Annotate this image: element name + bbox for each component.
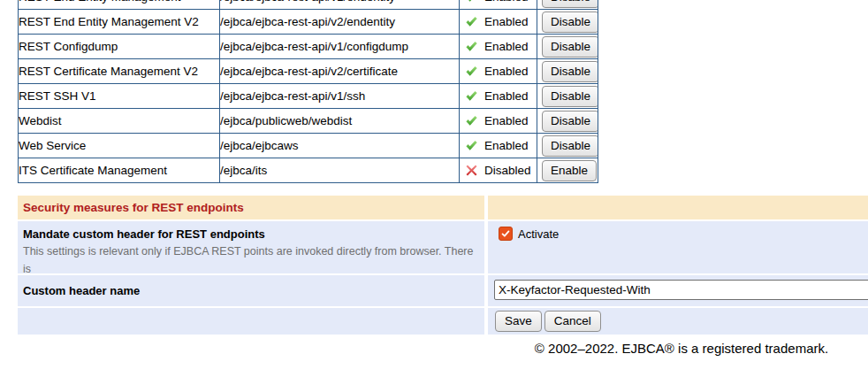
endpoint-name: REST End Entity Management V2 <box>19 10 220 35</box>
checkmark-icon <box>500 228 511 239</box>
enabled-check-icon <box>465 40 478 53</box>
disable-button[interactable]: Disable <box>542 36 598 58</box>
enabled-check-icon <box>465 114 478 127</box>
endpoint-row: REST End Entity Management V2 /ejbca/ejb… <box>19 10 598 35</box>
endpoint-row: REST Configdump /ejbca/ejbca-rest-api/v1… <box>19 35 598 59</box>
endpoint-name: REST End Entity Management <box>19 0 220 10</box>
endpoint-name: Webdist <box>19 109 220 134</box>
endpoint-path: /ejbca/ejbca-rest-api/v1/configdump <box>220 35 460 59</box>
endpoint-status: Enabled <box>484 114 529 127</box>
enabled-check-icon <box>465 139 478 152</box>
disable-button[interactable]: Disable <box>542 0 598 8</box>
save-button[interactable]: Save <box>495 311 542 332</box>
enabled-check-icon <box>465 15 478 28</box>
disable-button[interactable]: Disable <box>542 135 598 157</box>
mandate-header-label: Mandate custom header for REST endpoints <box>23 227 474 241</box>
enable-button[interactable]: Enable <box>542 160 597 181</box>
endpoint-path: /ejbca/ejbcaws <box>220 134 460 158</box>
endpoint-row: REST End Entity Management /ejbca/ejbca-… <box>19 0 598 10</box>
endpoint-path: /ejbca/its <box>220 158 460 183</box>
endpoint-name: REST Configdump <box>19 35 220 59</box>
custom-header-input-cell <box>488 275 868 306</box>
security-section: Security measures for REST endpoints Man… <box>18 196 868 335</box>
activate-checkbox-label: Activate <box>518 227 559 242</box>
footer-trademark: © 2002–2022. EJBCA® is a registered trad… <box>0 341 868 356</box>
endpoint-row: Webdist /ejbca/publicweb/webdist Enabled… <box>19 109 598 134</box>
endpoint-status: Enabled <box>484 89 529 103</box>
custom-header-name-label: Custom header name <box>18 275 484 306</box>
enabled-check-icon <box>465 0 478 4</box>
mandate-header-cell: Mandate custom header for REST endpoints… <box>18 221 484 273</box>
endpoint-status: Enabled <box>484 65 529 78</box>
mandate-header-description-line1: This settings is relevant only if EJBCA … <box>23 245 473 275</box>
endpoint-row: ITS Certificate Management /ejbca/its Di… <box>19 158 598 183</box>
endpoint-status: Disabled <box>484 164 531 177</box>
endpoint-name: REST Certificate Management V2 <box>19 59 220 84</box>
disable-button[interactable]: Disable <box>542 86 598 107</box>
activate-checkbox[interactable] <box>499 227 513 241</box>
endpoint-path: /ejbca/publicweb/webdist <box>220 109 460 134</box>
disabled-cross-icon <box>465 164 478 177</box>
endpoint-name: Web Service <box>19 134 220 158</box>
empty-cell <box>18 308 484 335</box>
enabled-check-icon <box>465 65 478 78</box>
endpoint-status: Enabled <box>484 40 529 53</box>
enabled-check-icon <box>465 89 478 103</box>
cancel-button[interactable]: Cancel <box>544 311 601 332</box>
endpoint-name: ITS Certificate Management <box>19 158 220 183</box>
security-section-title: Security measures for REST endpoints <box>18 196 484 219</box>
endpoint-name: REST SSH V1 <box>19 84 220 109</box>
endpoint-status: Enabled <box>484 0 529 4</box>
custom-header-name-input[interactable] <box>494 280 868 300</box>
endpoint-status: Enabled <box>484 15 529 28</box>
disable-button[interactable]: Disable <box>542 12 598 33</box>
disable-button[interactable]: Disable <box>542 61 598 82</box>
endpoint-path: /ejbca/ejbca-rest-api/v2/certificate <box>220 59 460 84</box>
disable-button[interactable]: Disable <box>542 111 598 132</box>
endpoint-row: REST SSH V1 /ejbca/ejbca-rest-api/v1/ssh… <box>19 84 598 109</box>
endpoint-path: /ejbca/ejbca-rest-api/v1/ssh <box>220 84 460 109</box>
protocol-configuration-page: REST End Entity Management /ejbca/ejbca-… <box>0 0 868 356</box>
endpoint-status: Enabled <box>484 139 529 152</box>
activate-cell: Activate <box>488 221 868 273</box>
endpoint-table: REST End Entity Management /ejbca/ejbca-… <box>18 0 598 183</box>
endpoint-row: Web Service /ejbca/ejbcaws Enabled Disab… <box>19 134 598 158</box>
endpoint-row: REST Certificate Management V2 /ejbca/ej… <box>19 59 598 84</box>
endpoint-path: /ejbca/ejbca-rest-api/v1/endentity <box>220 0 460 10</box>
security-section-title-spacer <box>488 196 868 219</box>
form-buttons: Save Cancel <box>488 308 868 335</box>
endpoint-path: /ejbca/ejbca-rest-api/v2/endentity <box>220 10 460 35</box>
